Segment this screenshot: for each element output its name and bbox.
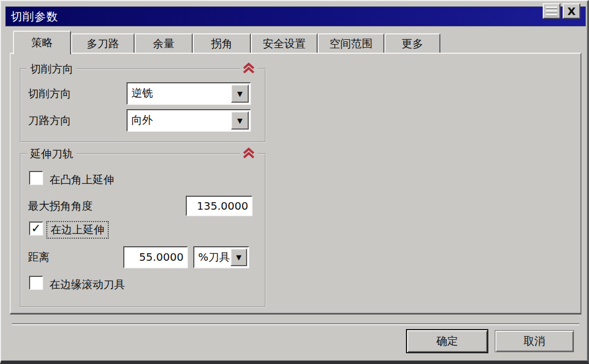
chevron-down-icon[interactable]: ▼ [231,111,249,130]
distance-label: 距离 [28,250,50,265]
distance-unit-value: %刀具 [198,247,230,267]
cut-direction-value: 逆铣 [131,83,229,104]
collapse-chevron-icon[interactable] [240,147,257,161]
roll-tool-on-edges-checkbox[interactable] [29,276,43,290]
cutting-parameters-dialog: 切削参数 X 策略 多刀路 余量 拐角 安全设置 空间范围 更多 切削方向 切削… [0,0,589,364]
tab-stock[interactable]: 余量 [135,33,193,53]
chevron-down-icon[interactable]: ▼ [230,248,247,266]
tab-more[interactable]: 更多 [384,33,440,53]
close-icon[interactable]: X [563,3,580,19]
distance-unit-select[interactable]: %刀具 ▼ [193,246,249,268]
cancel-button[interactable]: 取消 [495,330,574,352]
distance-input[interactable]: 55.0000 [123,246,188,268]
tab-multi-pass[interactable]: 多刀路 [71,33,135,53]
extend-at-edges-label: 在边上延伸 [46,221,109,239]
tab-containment[interactable]: 空间范围 [318,33,384,53]
extend-toolpath-group: 延伸刀轨 在凸角上延伸 最大拐角角度 135.0000 ✓ 在边上延伸 距离 5… [20,153,266,308]
tab-safety[interactable]: 安全设置 [251,33,318,53]
extend-at-edges-checkbox[interactable]: ✓ [29,222,43,235]
extend-at-convex-checkbox[interactable] [29,171,43,185]
dialog-menu-icon[interactable] [543,3,560,19]
roll-tool-on-edges-label: 在边缘滚动刀具 [50,277,125,292]
pattern-direction-label: 刀路方向 [28,113,71,128]
ok-button[interactable]: 确定 [406,329,488,353]
extend-at-convex-label: 在凸角上延伸 [50,173,114,187]
dialog-title: 切削参数 [6,9,58,24]
chevron-down-icon[interactable]: ▼ [231,84,249,103]
cut-direction-group-title: 切削方向 [27,62,76,76]
pattern-direction-select[interactable]: 向外 ▼ [127,109,251,132]
extend-toolpath-group-title: 延伸刀轨 [27,147,76,161]
cut-direction-label: 切削方向 [28,87,71,101]
pattern-direction-value: 向外 [131,110,229,131]
max-corner-angle-input[interactable]: 135.0000 [186,196,253,216]
cut-direction-group: 切削方向 切削方向 逆铣 ▼ 刀路方向 向外 ▼ [20,68,266,142]
tab-page-strategy: 切削方向 切削方向 逆铣 ▼ 刀路方向 向外 ▼ 延伸刀轨 [10,53,581,315]
max-corner-angle-label: 最大拐角角度 [28,199,93,213]
footer-separator [12,323,579,324]
cut-direction-select[interactable]: 逆铣 ▼ [127,82,251,105]
titlebar: 切削参数 [5,6,586,26]
tab-strategy[interactable]: 策略 [13,31,71,54]
tab-corners[interactable]: 拐角 [193,33,251,53]
collapse-chevron-icon[interactable] [240,62,257,76]
